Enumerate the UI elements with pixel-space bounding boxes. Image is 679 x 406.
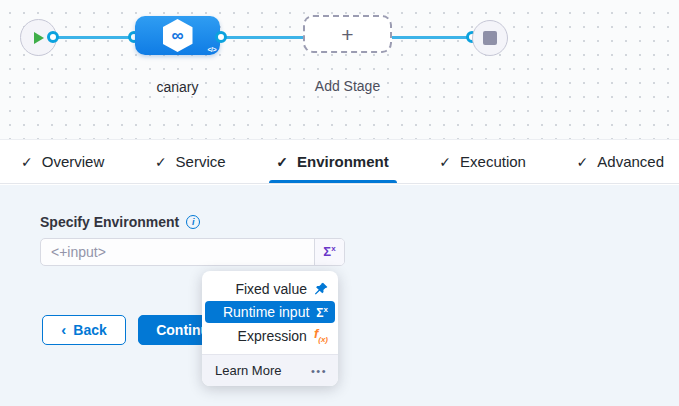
menu-item-runtime-input[interactable]: Runtime input Σx (205, 301, 335, 323)
check-icon: ✓ (439, 154, 451, 170)
code-icon: </> (207, 46, 216, 53)
learn-more-link[interactable]: Learn More (215, 363, 281, 378)
check-icon: ✓ (155, 154, 167, 170)
environment-tab-panel: Specify Environment i Σx ‹ Back Continue… (0, 185, 679, 406)
tab-label: Overview (42, 153, 105, 170)
port-stage-out (215, 31, 227, 43)
fx-icon: f(x) (314, 327, 328, 344)
tab-environment[interactable]: ✓ Environment (276, 140, 388, 183)
check-icon: ✓ (276, 154, 288, 170)
deploy-stage-icon: ∞ (163, 19, 193, 52)
tab-label: Execution (460, 153, 526, 170)
info-icon[interactable]: i (186, 215, 200, 229)
tab-label: Advanced (597, 153, 664, 170)
menu-item-fixed-value[interactable]: Fixed value (202, 277, 338, 300)
add-stage-button[interactable]: + (303, 15, 392, 53)
play-icon (32, 31, 45, 45)
more-options-icon[interactable]: ••• (311, 365, 327, 377)
check-icon: ✓ (577, 154, 589, 170)
pin-icon (314, 282, 328, 296)
sigma-icon: Σx (316, 305, 328, 320)
stop-icon (483, 31, 497, 45)
tab-overview[interactable]: ✓ Overview (21, 140, 104, 183)
environment-input-wrapper: Σx (40, 238, 345, 266)
add-stage-label: Add Stage (298, 78, 397, 94)
plus-icon: + (341, 24, 353, 45)
sigma-icon: Σx (323, 244, 335, 259)
chevron-left-icon: ‹ (61, 321, 66, 338)
value-type-dropdown: Fixed value Runtime input Σx Expression … (202, 271, 338, 386)
pipeline-canvas[interactable]: ∞ </> canary + Add Stage (0, 0, 679, 139)
menu-item-expression[interactable]: Expression f(x) (202, 324, 338, 347)
back-button[interactable]: ‹ Back (42, 315, 126, 345)
runtime-input-type-button[interactable]: Σx (314, 239, 344, 265)
stage-editor-window: ∞ </> canary + Add Stage ✓ Overview ✓ Se… (0, 0, 679, 406)
port-start-out (47, 31, 59, 43)
check-icon: ✓ (21, 154, 33, 170)
tab-execution[interactable]: ✓ Execution (439, 140, 526, 183)
tab-label: Service (176, 153, 226, 170)
specify-environment-label: Specify Environment (40, 214, 179, 230)
pipeline-connector-line (52, 36, 477, 39)
tab-advanced[interactable]: ✓ Advanced (577, 140, 664, 183)
pipeline-end-node (472, 20, 508, 56)
stage-node-canary[interactable]: ∞ </> (135, 16, 220, 55)
tab-service[interactable]: ✓ Service (155, 140, 226, 183)
environment-input[interactable] (41, 239, 314, 265)
dropdown-footer: Learn More ••• (202, 354, 338, 386)
tab-label: Environment (297, 153, 389, 170)
stage-name-label: canary (135, 79, 220, 95)
stage-tab-bar: ✓ Overview ✓ Service ✓ Environment ✓ Exe… (0, 139, 679, 184)
